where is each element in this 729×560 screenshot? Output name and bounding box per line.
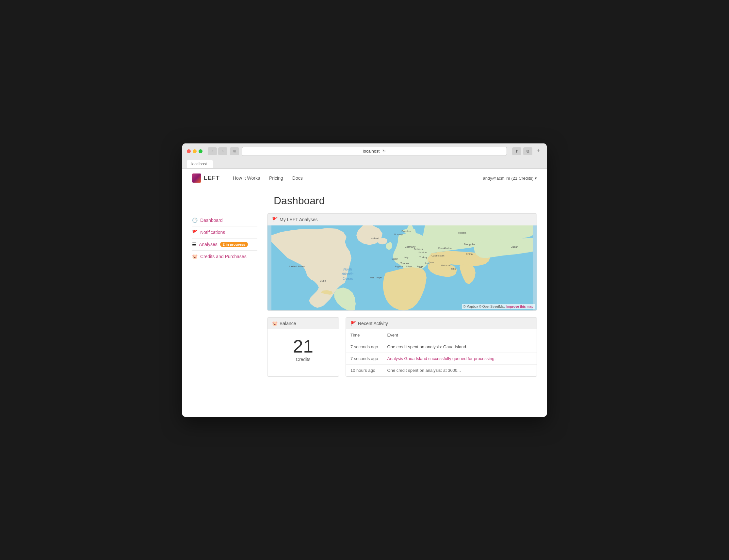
map-body[interactable]: Iceland Sweden Norway Russia Belarus Ger… [268, 225, 537, 310]
svg-text:China: China [466, 253, 472, 255]
svg-text:Ocean: Ocean [343, 276, 353, 280]
svg-text:Russia: Russia [458, 231, 466, 234]
map-title-icon: 🚩 [272, 217, 278, 222]
sidebar-item-credits-label: Credits and Purchases [200, 254, 247, 259]
map-credit-text: © Mapbox © OpenStreetMap [463, 305, 505, 308]
balance-title: Balance [280, 321, 296, 326]
balance-card-header: 🐷 Balance [268, 318, 339, 329]
svg-text:Norway: Norway [394, 233, 403, 236]
activity-event: One credit spent on analysis: Gaua Islan… [383, 341, 537, 353]
balance-label: Credits [296, 357, 310, 362]
top-nav: LEFT How It Works Pricing Docs andy@acm.… [182, 169, 547, 188]
map-header: 🚩 My LEFT Analyses [268, 214, 537, 225]
svg-text:Sweden: Sweden [401, 230, 411, 233]
browser-nav: ‹ › [208, 147, 227, 155]
col-event: Event [383, 329, 537, 341]
svg-text:Iran: Iran [429, 261, 434, 264]
sidebar-item-credits[interactable]: 🐷 Credits and Purchases [192, 251, 257, 262]
analyses-icon: ☰ [192, 242, 196, 247]
map-svg: Iceland Sweden Norway Russia Belarus Ger… [268, 225, 537, 310]
svg-text:Niger: Niger [376, 276, 382, 279]
dashboard-icon: 🕐 [192, 218, 198, 223]
map-credit: © Mapbox © OpenStreetMap Improve this ma… [462, 304, 535, 309]
main-layout: 🕐 Dashboard 🚩 Notifications ☰ Analyses 2… [182, 188, 547, 383]
sidebar-item-dashboard[interactable]: 🕐 Dashboard [192, 214, 257, 226]
balance-number: 21 [293, 337, 313, 355]
fullscreen-button[interactable]: ⧉ [523, 147, 532, 155]
sidebar-item-notifications-label: Notifications [200, 230, 225, 235]
browser-window: ‹ › ⊞ localhost ↻ ⬆ ⧉ + localhost [182, 143, 547, 417]
close-button[interactable] [187, 149, 191, 153]
activity-title: Recent Activity [358, 321, 388, 326]
refresh-button[interactable]: ↻ [382, 149, 386, 154]
notifications-icon: 🚩 [192, 230, 198, 235]
svg-text:Germany: Germany [405, 245, 415, 248]
col-time: Time [346, 329, 383, 341]
activity-event: One credit spent on analysis: at 3000... [383, 364, 537, 376]
svg-text:Tunisia: Tunisia [400, 262, 409, 265]
svg-text:Iceland: Iceland [371, 237, 379, 240]
address-bar-row: localhost ↻ [242, 147, 507, 156]
sidebar: 🕐 Dashboard 🚩 Notifications ☰ Analyses 2… [192, 195, 257, 377]
back-button[interactable]: ‹ [208, 147, 217, 155]
svg-text:Pakistan: Pakistan [441, 264, 451, 267]
sidebar-item-dashboard-label: Dashboard [200, 218, 223, 223]
active-tab[interactable]: localhost [187, 160, 213, 168]
map-title: My LEFT Analyses [280, 217, 318, 222]
main-wrapper: Dashboard 🚩 My LEFT Analyses [267, 195, 537, 377]
svg-text:Japan: Japan [511, 245, 518, 248]
map-section: 🚩 My LEFT Analyses [267, 213, 537, 311]
activity-time: 10 hours ago [346, 364, 383, 376]
tab-bar: localhost [187, 158, 542, 168]
user-menu-label: andy@acm.im (21 Credits) ▾ [483, 176, 537, 181]
nav-docs[interactable]: Docs [292, 175, 303, 181]
svg-text:Libya: Libya [406, 265, 412, 268]
logo-text: LEFT [204, 175, 220, 182]
new-tab-button[interactable]: + [534, 147, 542, 155]
traffic-lights [187, 149, 203, 153]
nav-how-it-works[interactable]: How It Works [233, 175, 260, 181]
sidebar-item-analyses-label: Analyses [199, 242, 218, 247]
analyses-badge: 2 in progress [220, 242, 248, 247]
user-menu[interactable]: andy@acm.im (21 Credits) ▾ [483, 176, 537, 181]
minimize-button[interactable] [193, 149, 197, 153]
bottom-cards: 🐷 Balance 21 Credits 🚩 Recent Activity [267, 317, 537, 377]
nav-links: How It Works Pricing Docs [233, 175, 473, 181]
address-bar[interactable]: localhost ↻ [242, 147, 507, 156]
svg-text:Italy: Italy [404, 256, 408, 259]
svg-text:North: North [343, 267, 352, 271]
activity-icon: 🚩 [351, 321, 356, 326]
svg-text:Iraq: Iraq [425, 262, 429, 265]
activity-event[interactable]: Analysis Gaua Island successfully queued… [383, 353, 537, 364]
share-button[interactable]: ⬆ [512, 147, 521, 155]
activity-table: Time Event 7 seconds agoOne credit spent… [346, 329, 537, 376]
activity-card-header: 🚩 Recent Activity [346, 318, 537, 329]
browser-chrome: ‹ › ⊞ localhost ↻ ⬆ ⧉ + localhost [182, 143, 547, 169]
svg-text:Mali: Mali [370, 276, 374, 279]
sidebar-item-notifications[interactable]: 🚩 Notifications [192, 226, 257, 239]
forward-button[interactable]: › [218, 147, 227, 155]
logo-icon [192, 173, 201, 183]
svg-text:Cuba: Cuba [320, 279, 326, 282]
sidebar-toggle-button[interactable]: ⊞ [230, 147, 239, 155]
svg-text:India: India [451, 268, 456, 270]
sidebar-item-analyses[interactable]: ☰ Analyses 2 in progress [192, 239, 257, 251]
url-text: localhost [363, 149, 379, 154]
activity-row: 7 seconds agoOne credit spent on analysi… [346, 341, 537, 353]
svg-text:Atlantic: Atlantic [341, 272, 354, 276]
activity-row: 10 hours agoOne credit spent on analysis… [346, 364, 537, 376]
balance-card: 🐷 Balance 21 Credits [267, 317, 339, 377]
logo-area[interactable]: LEFT [192, 173, 220, 183]
svg-text:Kazakhstan: Kazakhstan [438, 247, 452, 250]
activity-row: 7 seconds agoAnalysis Gaua Island succes… [346, 353, 537, 364]
map-credit-link[interactable]: Improve this map [506, 305, 533, 308]
maximize-button[interactable] [199, 149, 203, 153]
svg-text:United States: United States [290, 265, 305, 268]
page-title: Dashboard [274, 195, 537, 207]
svg-text:Uzbekistan: Uzbekistan [431, 254, 444, 257]
svg-text:Algeria: Algeria [395, 265, 403, 268]
nav-pricing[interactable]: Pricing [269, 175, 283, 181]
tab-label: localhost [191, 162, 207, 166]
activity-card: 🚩 Recent Activity Time Event 7 [346, 317, 537, 377]
page-content: LEFT How It Works Pricing Docs andy@acm.… [182, 169, 547, 417]
